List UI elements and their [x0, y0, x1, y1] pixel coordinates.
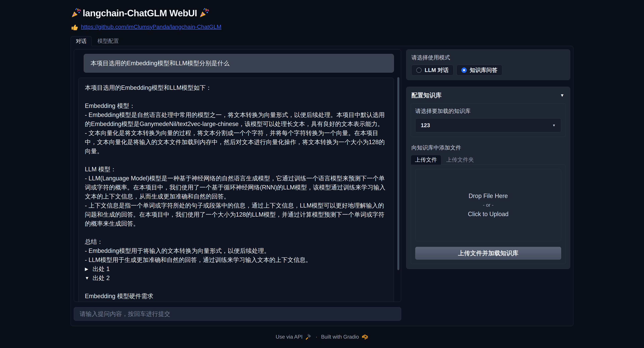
- file-dropzone[interactable]: Drop File Here - or - Click to Upload: [415, 169, 561, 241]
- triangle-icon: ▼: [85, 273, 90, 282]
- question-input[interactable]: 请输入提问内容，按回车进行提交: [74, 307, 401, 321]
- kb-dropdown[interactable]: 123 ▼: [415, 118, 561, 132]
- thumbs-up-icon: [70, 23, 78, 31]
- source-detail-title: Embedding 模型硬件需求: [85, 292, 388, 301]
- upload-tab-label: 上传文件夹: [446, 156, 474, 164]
- footer-separator: ·: [314, 334, 318, 340]
- source-label: 出处 2: [92, 273, 110, 282]
- answer-paragraph: Embedding 模型：: [85, 101, 388, 110]
- chat-column: 本项目选用的Embedding模型和LLM模型分别是什么 本项目选用的Embed…: [74, 49, 401, 323]
- upload-tab-panel: Drop File Here - or - Click to Upload 上传…: [411, 164, 566, 264]
- collapse-caret-icon: ▼: [560, 93, 564, 98]
- mode-panel: 请选择使用模式 LLM 对话 知识库问答: [406, 49, 570, 80]
- kb-accordion-title: 配置知识库: [412, 91, 442, 100]
- party-popper-icon: [199, 8, 209, 18]
- answer-paragraph: LLM 模型：: [85, 165, 388, 174]
- kb-accordion-header[interactable]: 配置知识库 ▼: [411, 91, 566, 100]
- kb-select-label: 请选择要加载的知识库: [415, 107, 561, 115]
- mode-radio-option[interactable]: 知识库问答: [456, 65, 502, 76]
- party-popper-icon: [70, 8, 81, 18]
- question-input-placeholder: 请输入提问内容，按回车进行提交: [80, 310, 170, 318]
- dropzone-line3: Click to Upload: [468, 211, 508, 218]
- answer-paragraph: 总结：: [85, 237, 388, 246]
- kb-dropdown-value: 123: [421, 122, 430, 129]
- gradio-logo-icon: [362, 333, 368, 340]
- mode-radio-label: LLM 对话: [425, 67, 448, 74]
- user-message-text: 本项目选用的Embedding模型和LLM模型分别是什么: [90, 60, 230, 67]
- plug-icon: [305, 333, 312, 340]
- sidebar-column: 请选择使用模式 LLM 对话 知识库问答 配置知识库 ▼ 请选择要加载的知识库: [406, 49, 570, 323]
- mode-radio-label: 知识库问答: [470, 67, 498, 74]
- upload-tab[interactable]: 上传文件: [411, 155, 441, 165]
- answer-paragraph: - Embedding模型是自然语言处理中常用的模型之一，将文本转换为向量形式，…: [85, 110, 388, 129]
- answer-paragraph: - LLM(Language Model)模型是一种基于神经网络的自然语言生成模…: [85, 174, 388, 201]
- github-link-row: https://github.com/imClumsyPanda/langcha…: [70, 23, 574, 31]
- radio-icon: [461, 68, 467, 73]
- use-via-api-link[interactable]: Use via API: [276, 334, 302, 340]
- kb-select-group: 请选择要加载的知识库 123 ▼: [411, 103, 566, 137]
- page-header: langchain-ChatGLM WebUI: [70, 8, 574, 19]
- built-with-gradio-link[interactable]: Built with Gradio: [321, 334, 359, 340]
- main-tab[interactable]: 对话: [70, 36, 92, 46]
- mode-radio-option[interactable]: LLM 对话: [412, 65, 454, 76]
- mode-radio-group: LLM 对话 知识库问答: [412, 65, 565, 76]
- dropdown-caret-icon: ▼: [552, 124, 556, 127]
- main-tabs: 对话模型配置: [70, 36, 574, 46]
- answer-paragraph: - 文本向量化是将文本转换为向量的过程，将文本分割成一个个字符，并将每个字符转换…: [85, 129, 388, 156]
- bot-message-bubble: 本项目选用的Embedding模型和LLM模型如下：Embedding 模型：-…: [78, 78, 394, 302]
- answer-paragraphs: 本项目选用的Embedding模型和LLM模型如下：Embedding 模型：-…: [85, 83, 388, 264]
- user-message-bubble: 本项目选用的Embedding模型和LLM模型分别是什么: [84, 54, 394, 73]
- chatbot-panel: 本项目选用的Embedding模型和LLM模型分别是什么 本项目选用的Embed…: [74, 49, 401, 302]
- answer-paragraph: 本项目选用的Embedding模型和LLM模型如下：: [85, 83, 388, 92]
- source-list: ▶ 出处 1 ▼ 出处 2: [85, 264, 388, 282]
- source-detail-body: 本项目中默认选用的 Embedding 模型 GanymedeNil/text2…: [85, 301, 388, 302]
- app-root: langchain-ChatGLM WebUI https://github.c…: [70, 0, 574, 340]
- main-tab-label: 模型配置: [98, 38, 119, 45]
- radio-icon: [416, 68, 422, 73]
- triangle-icon: ▶: [85, 264, 90, 273]
- github-link[interactable]: https://github.com/imClumsyPanda/langcha…: [81, 24, 221, 30]
- upload-and-load-kb-button[interactable]: 上传文件并加载知识库: [415, 247, 561, 260]
- upload-tab[interactable]: 上传文件夹: [441, 155, 479, 165]
- upload-tabs: 上传文件上传文件夹: [411, 155, 566, 165]
- dropzone-line1: Drop File Here: [468, 192, 508, 199]
- answer-paragraph: - Embedding模型用于将输入的文本转换为向量形式，以便后续处理。: [85, 246, 388, 255]
- source-toggle[interactable]: ▼ 出处 2: [85, 273, 388, 282]
- answer-paragraph: - LLM模型用于生成更加准确和自然的回答，通过训练来学习输入文本的上下文信息。: [85, 255, 388, 264]
- source-label: 出处 1: [92, 264, 110, 273]
- chat-scrollbar-thumb[interactable]: [397, 77, 399, 270]
- mode-label: 请选择使用模式: [412, 54, 565, 61]
- source-toggle[interactable]: ▶ 出处 1: [85, 264, 388, 273]
- upload-tab-label: 上传文件: [415, 156, 437, 164]
- kb-accordion: 配置知识库 ▼ 请选择要加载的知识库 123 ▼ 向知识库中添加文件 上传文件上…: [406, 87, 570, 269]
- page-title: langchain-ChatGLM WebUI: [83, 8, 197, 19]
- kb-add-files-label: 向知识库中添加文件: [411, 144, 566, 152]
- answer-paragraph: - 上下文信息是指一个单词或字符所处的句子或段落中的信息，通过上下文信息，LLM…: [85, 201, 388, 228]
- main-tab[interactable]: 模型配置: [92, 36, 124, 46]
- footer: Use via API · Built with Gradio: [70, 333, 574, 340]
- dropzone-line2: - or -: [483, 202, 494, 208]
- main-tab-label: 对话: [76, 38, 86, 45]
- chat-tab-panel: 本项目选用的Embedding模型和LLM模型分别是什么 本项目选用的Embed…: [70, 46, 574, 326]
